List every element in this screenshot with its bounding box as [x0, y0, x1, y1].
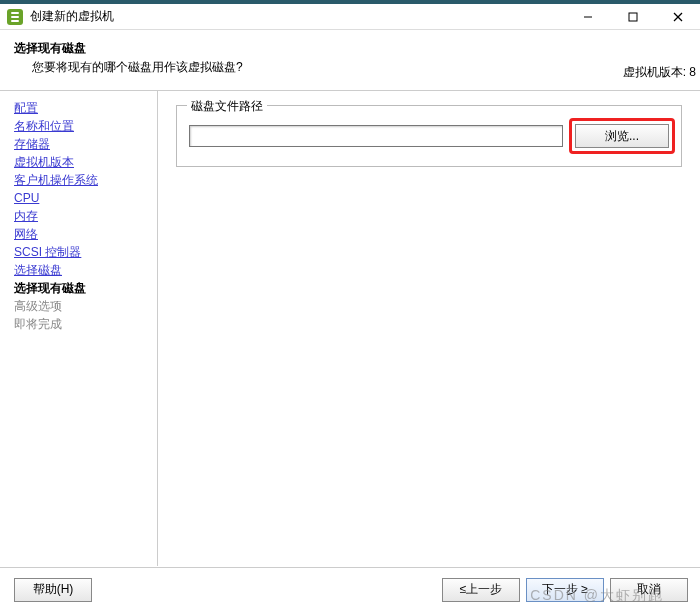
page-subtitle: 您要将现有的哪个磁盘用作该虚拟磁盘?: [14, 57, 686, 76]
sidebar-item-config[interactable]: 配置: [14, 99, 147, 117]
sidebar-item-advanced: 高级选项: [14, 297, 147, 315]
window-controls: [565, 4, 700, 29]
vm-version-label: 虚拟机版本: 8: [623, 64, 696, 81]
wizard-header: 选择现有磁盘 您要将现有的哪个磁盘用作该虚拟磁盘? 虚拟机版本: 8: [0, 30, 700, 91]
wizard-footer: 帮助(H) ≤上一步 下一步 ≥ 取消: [0, 567, 700, 611]
svg-rect-5: [629, 13, 637, 21]
sidebar-item-scsi[interactable]: SCSI 控制器: [14, 243, 147, 261]
next-button[interactable]: 下一步 ≥: [526, 578, 604, 602]
svg-rect-1: [11, 12, 19, 14]
disk-path-input[interactable]: [189, 125, 563, 147]
app-icon: [6, 8, 24, 26]
page-title: 选择现有磁盘: [14, 40, 686, 57]
disk-path-fieldset: 磁盘文件路径 浏览...: [176, 105, 682, 167]
sidebar-item-ready: 即将完成: [14, 315, 147, 333]
sidebar-item-memory[interactable]: 内存: [14, 207, 147, 225]
sidebar-item-network[interactable]: 网络: [14, 225, 147, 243]
fieldset-legend: 磁盘文件路径: [187, 98, 267, 115]
sidebar-item-guest-os[interactable]: 客户机操作系统: [14, 171, 147, 189]
window-title: 创建新的虚拟机: [30, 8, 565, 25]
sidebar-item-storage[interactable]: 存储器: [14, 135, 147, 153]
sidebar-item-vm-version[interactable]: 虚拟机版本: [14, 153, 147, 171]
help-button[interactable]: 帮助(H): [14, 578, 92, 602]
browse-button[interactable]: 浏览...: [575, 124, 669, 148]
wizard-content: 磁盘文件路径 浏览...: [158, 91, 700, 566]
wizard-steps-sidebar: 配置 名称和位置 存储器 虚拟机版本 客户机操作系统 CPU 内存 网络 SCS…: [0, 91, 158, 566]
cancel-button[interactable]: 取消: [610, 578, 688, 602]
titlebar: 创建新的虚拟机: [0, 0, 700, 30]
svg-rect-3: [11, 20, 19, 22]
sidebar-item-select-disk[interactable]: 选择磁盘: [14, 261, 147, 279]
minimize-button[interactable]: [565, 4, 610, 30]
close-button[interactable]: [655, 4, 700, 30]
wizard-body: 配置 名称和位置 存储器 虚拟机版本 客户机操作系统 CPU 内存 网络 SCS…: [0, 91, 700, 566]
svg-rect-2: [11, 16, 19, 18]
sidebar-item-cpu[interactable]: CPU: [14, 189, 147, 207]
maximize-button[interactable]: [610, 4, 655, 30]
sidebar-item-name-location[interactable]: 名称和位置: [14, 117, 147, 135]
sidebar-item-select-existing-disk: 选择现有磁盘: [14, 279, 147, 297]
back-button[interactable]: ≤上一步: [442, 578, 520, 602]
